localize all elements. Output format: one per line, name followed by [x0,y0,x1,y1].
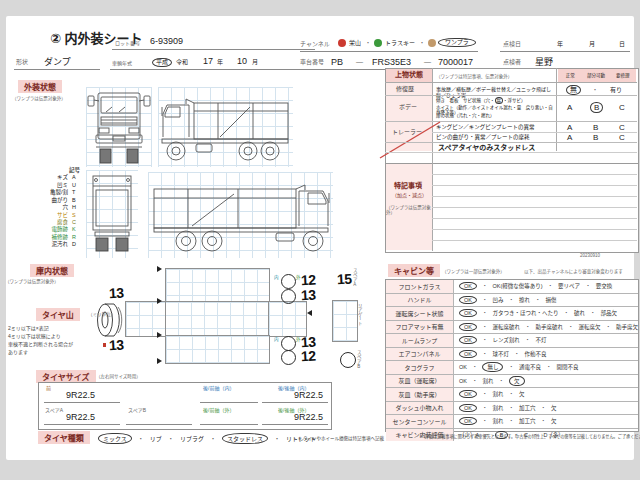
option: 凹み [492,296,503,304]
tread-spare-a-value: 15 [337,271,352,288]
channel-option-3-circled: ワンプラ [438,38,476,47]
cabin-row: タコグラフOK・無し・通電不良・開閉不良 [386,361,638,375]
cabin-row: フロントガラスOK・OK(軽微な傷等あり)・要リペア・要交換 [386,280,638,294]
legend-item-code: D [72,241,80,248]
option: 加工穴 [519,417,536,425]
month-suffix: 月 [252,59,258,66]
option: 通電不良 [519,363,541,371]
cabin-row: ダッシュ小物入れOK・割れ・加工穴・欠 [386,402,638,416]
legend-item: 電飾跡K [16,226,80,233]
note-line [432,218,637,219]
channel1-logo-icon [338,39,346,47]
option-separator: ・ [525,336,531,344]
option: 運転席欠 [579,323,601,331]
trailer-row2-b: B [593,133,598,142]
option-separator: ・ [563,309,569,317]
model-year-label: 車輌年式 [112,60,132,66]
chassis-prefix: PB [331,57,343,68]
option-circled: OK [459,350,477,358]
legend-item-label: キズ [57,174,68,181]
lot-number-value: 6-93909 [150,36,183,47]
tire-circle-rear-bottom-outer [281,350,296,365]
fold-marker-icon [157,298,162,304]
truck-front-view-drawing [86,87,152,167]
tread-note-3: 車検不適と判断される場合が [8,341,73,347]
channel2-logo-icon [374,39,382,47]
tire-size-rri-value: 9R22.5 [294,390,323,401]
note-line [432,174,637,175]
cabin-row: 灰皿（助手席）OK・割れ・欠 [386,388,638,402]
special-notes-note: （ワンプラは伝票対象外） [386,205,432,215]
chassis-label: 車台番号 [300,59,324,66]
cabin-row-options: OK・OK(軽微な傷等あり)・要リペア・要交換 [454,282,638,290]
option-separator: ・ [482,350,488,358]
legend-item: 凹ミU [16,182,80,189]
fold-marker-icon [157,266,162,272]
cabin-bottom-note: ※ 評価は記載事項に関わらず現車優先となります。中古車の特性上、すべての傷等を記… [420,434,621,439]
cabin-row-options: OK・割れ・欠 [454,376,638,386]
tread-front-bottom-value: 13 [109,337,124,354]
legend-item-code: S [72,212,80,219]
legend-item-code: H [72,204,80,211]
legend-item: 亀裂/割T [16,189,80,196]
trailer-row1-a: A [567,123,572,132]
option-separator: ・ [210,434,216,443]
repair-history-label: 修復歴 [396,86,414,93]
option: レンズ割れ [492,336,519,344]
tire-type-note: ※ タイヤやホイール損傷は特記事項へ記載 [298,436,384,441]
grade-header-repair: 要修理 [611,73,635,78]
note-line [432,207,637,208]
year-underline [110,68,315,70]
channel3-logo-icon [428,39,436,47]
cargo-interior-note: （ワンプラは伝票対象外） [5,279,59,284]
chassis-dash-1: — [356,58,363,66]
option-circled: ミックス [98,433,132,444]
option: 割れ [492,390,503,398]
grade-header: 正常 部分可動 要修理 [558,69,636,82]
legend-item-code: U [72,182,80,189]
option-separator: ・ [590,309,596,317]
fold-marker-icon [307,310,312,316]
underline [44,401,120,403]
cabin-row-label: ダッシュ小物入れ [386,402,454,415]
option-circled: OK [459,404,477,412]
trailer-row2-c: C [619,133,625,142]
option-circled: OK [459,390,477,398]
option: OK [459,378,467,384]
spare-a-label: スペアA [352,268,357,287]
option-separator: ・ [168,434,174,443]
tread-rear-top-inner-value: 13 [301,287,316,304]
cabin-note-2: 以下、出品チャンネルにより審査対象変わります [524,269,623,274]
body-line-1: 傾き 看板 サビ状態（穴・腐・浮サビ） [436,97,554,104]
cabin-row-options: OK・無し・通電不良・開閉不良 [454,362,638,372]
cabin-row-options: OK・ガタつき・ほつれ・へたり・破れ・部品欠 [454,309,638,317]
shape-value: ダンプ [44,57,71,68]
chassis-serial: 7000017 [438,57,473,68]
inspector-value: 星野 [535,57,553,68]
cabin-row-options: OK・運転席破れ・助手席破れ・運転席欠・助手席欠 [454,323,638,331]
exterior-section-badge: 外装状態 [18,80,62,93]
cabin-row: 灰皿（運転席）OK・割れ・欠 [386,375,638,389]
tire-tread-unit: （ミリ単位） [88,312,115,317]
option: 要交換 [596,282,613,290]
option: 運転席破れ [492,323,520,331]
tread-note-2: 4ミリ以下は状態により [8,333,61,339]
option-circled: 欠 [509,376,525,386]
note-line [432,229,637,230]
option-circled: OK [459,336,477,344]
legend-item: キズA [16,174,80,181]
option: 欠 [519,390,525,398]
tire-tread-badge: タイヤ山 [36,308,80,321]
option: 加工穴 [519,404,536,412]
body-row-label: ボデー [399,104,417,111]
cabin-row-label: エアコンパネル [386,348,454,361]
cabin-row-label: センターコンソール [386,415,454,428]
cabin-row: エアコンパネルOK・球不灯・作動不良 [386,348,638,362]
red-check-mark [103,343,106,347]
legend-item: 泥汚れD [16,241,80,248]
tire-type-options: ミックス・リブ・リブラグ・スタッドレス・リトレット [98,433,316,444]
trailer-strike-line [378,120,442,160]
tire-size-spare-a-label: スペアA [45,407,63,413]
option: 開閉不良 [557,363,579,371]
option: OK(軽微な傷等あり) [492,282,542,290]
